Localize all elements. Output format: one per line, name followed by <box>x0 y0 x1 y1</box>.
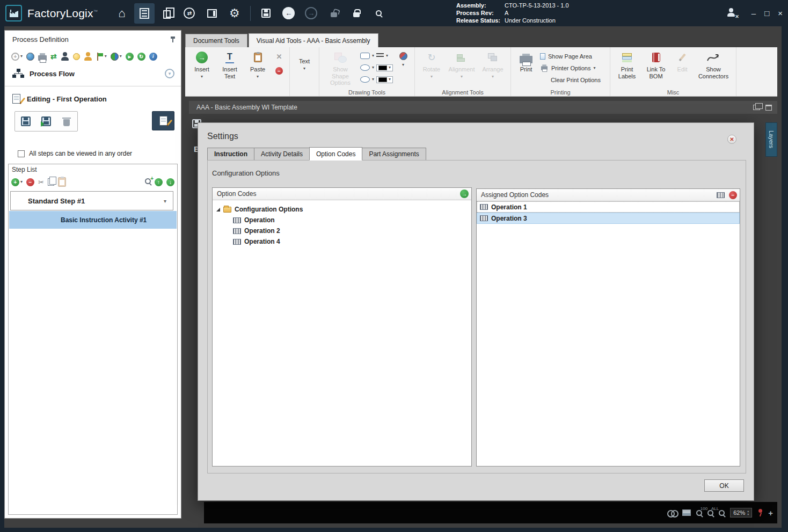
insert-button[interactable]: → Insert ▾ <box>189 49 214 79</box>
shape-ellipse2-button[interactable] <box>360 76 370 83</box>
move-down-button[interactable]: ↓ <box>166 178 174 186</box>
pin-panel-icon[interactable] <box>765 105 772 111</box>
text-dropdown-button[interactable]: Text ▾ <box>294 49 315 71</box>
tree-item-operation-2[interactable]: Operation 2 <box>213 225 471 236</box>
shape-rect-button[interactable] <box>360 53 370 59</box>
print-labels-button[interactable]: Print Labels <box>615 49 639 79</box>
save-button[interactable] <box>256 3 276 24</box>
status-button[interactable]: ▾ <box>111 53 122 61</box>
tree-expander-icon[interactable] <box>216 208 220 212</box>
settings-button[interactable]: ⚙ <box>224 3 245 24</box>
fill-color-picker[interactable]: ▾ <box>376 76 393 83</box>
globe-icon[interactable] <box>26 53 34 61</box>
zoom-step-button[interactable]: + <box>145 178 151 186</box>
delete-button[interactable] <box>57 113 76 130</box>
paste-icon[interactable] <box>58 177 66 187</box>
zoom-spinner[interactable]: 62% ▴▾ <box>730 508 752 518</box>
refresh-icon[interactable]: ↻ <box>137 53 145 61</box>
insert-text-button[interactable]: T Insert Text <box>217 49 242 79</box>
maximize-button[interactable]: □ <box>764 9 769 18</box>
print-button[interactable]: Print <box>515 49 537 73</box>
remove-assigned-button[interactable]: − <box>729 191 737 199</box>
show-connectors-button[interactable]: Show Connectors <box>695 49 732 79</box>
info-icon[interactable]: i <box>149 53 157 61</box>
pin-icon[interactable] <box>170 37 176 43</box>
document-canvas[interactable]: 100 ALL 62% ▴▾ + <box>204 502 777 523</box>
ok-button[interactable]: OK <box>704 479 744 492</box>
reports-button[interactable] <box>202 3 222 24</box>
assigned-option-row[interactable]: Operation 1 <box>477 201 740 213</box>
order-checkbox[interactable] <box>18 150 25 157</box>
tab-option-codes[interactable]: Option Codes <box>309 147 362 161</box>
copy-icon[interactable] <box>48 178 54 186</box>
home-button[interactable]: ⌂ <box>112 3 132 24</box>
fit-image-icon[interactable] <box>682 509 691 516</box>
pin-icon[interactable] <box>757 509 763 516</box>
edit-instruction-button[interactable] <box>152 111 174 130</box>
link-to-bom-button[interactable]: Link To BOM <box>643 49 669 79</box>
remove-icon[interactable]: − <box>275 67 283 75</box>
float-window-icon[interactable] <box>753 105 760 110</box>
paste-button[interactable]: Paste ▾ <box>245 49 270 79</box>
flag-button[interactable]: ▾ <box>96 53 107 61</box>
unlock-button[interactable] <box>324 3 344 24</box>
work-instructions-button[interactable] <box>134 3 155 24</box>
layers-tab[interactable]: Layers <box>765 122 777 157</box>
tab-document-tools[interactable]: Document Tools <box>185 34 247 47</box>
documents-button[interactable] <box>157 3 177 24</box>
arrange-button[interactable]: Arrange ▾ <box>479 49 506 79</box>
audit-search-button[interactable] <box>369 3 389 24</box>
pan-icon[interactable]: + <box>768 508 773 518</box>
forward-button[interactable]: → <box>301 3 322 24</box>
user-orange-icon[interactable] <box>84 52 92 61</box>
chain-icon[interactable] <box>667 510 677 515</box>
chevron-down-icon[interactable]: ▾ <box>164 198 173 204</box>
process-flow-row[interactable]: Process Flow ▾ <box>12 66 174 81</box>
dialog-close-button[interactable]: ✕ <box>727 135 736 144</box>
collapse-circle-icon[interactable]: ▾ <box>165 69 174 78</box>
logout-button[interactable]: ✕ <box>727 8 735 18</box>
save-step-button[interactable] <box>16 113 35 130</box>
remove-step-button[interactable]: − <box>26 178 34 186</box>
user-dark-icon[interactable] <box>61 52 69 61</box>
option-code-icon[interactable] <box>717 192 725 198</box>
activity-row-selected[interactable]: Basic Instruction Activity #1 <box>9 211 177 229</box>
alignment-button[interactable]: Alignment ▾ <box>447 49 476 79</box>
minimize-button[interactable]: – <box>751 9 756 18</box>
printer-options-button[interactable]: Printer Options ▾ <box>540 63 605 73</box>
step-row[interactable]: Standard Step #1 ▾ <box>10 191 173 210</box>
clear-print-options-button[interactable]: Clear Print Options <box>540 75 605 85</box>
assigned-option-row-selected[interactable]: Operation 3 <box>477 213 740 224</box>
navigator-button[interactable]: ⇄ <box>179 3 200 24</box>
tree-item-configuration-options[interactable]: Configuration Options <box>213 204 471 215</box>
insert-image-button[interactable]: ▾ <box>396 49 410 67</box>
tab-visual-aid-tools[interactable]: Visual Aid Tools - AAA - Basic Assembly <box>249 33 378 47</box>
add-step-button[interactable]: +▾ <box>11 178 23 186</box>
line-color-picker[interactable]: ▾ <box>376 64 393 71</box>
line-style-icon[interactable] <box>376 53 384 59</box>
move-up-button[interactable]: ↑ <box>155 178 163 186</box>
lock-button[interactable] <box>346 3 367 24</box>
show-shape-options-button[interactable]: Show Shape Options <box>324 49 357 86</box>
zoom-icon[interactable] <box>719 510 725 516</box>
tab-part-assignments[interactable]: Part Assignments <box>362 148 426 161</box>
add-process-button[interactable]: +▾ <box>11 53 23 61</box>
transfer-icon[interactable]: ⇄ <box>50 52 57 61</box>
tab-instruction[interactable]: Instruction <box>207 148 254 161</box>
edit-button[interactable]: Edit <box>673 49 692 73</box>
print-icon[interactable] <box>38 55 47 61</box>
save-as-button[interactable] <box>37 113 56 130</box>
show-page-area-button[interactable]: Show Page Area <box>540 52 605 61</box>
tab-activity-details[interactable]: Activity Details <box>254 148 310 161</box>
tree-item-operation[interactable]: Operation <box>213 215 471 225</box>
zoom-spinner-arrows[interactable]: ▴▾ <box>747 509 749 516</box>
shape-ellipse-button[interactable] <box>360 64 370 71</box>
run-icon[interactable]: ▸ <box>126 53 134 61</box>
close-button[interactable]: × <box>778 9 783 18</box>
tree-item-operation-4[interactable]: Operation 4 <box>213 236 471 247</box>
assign-option-button[interactable]: → <box>460 190 469 198</box>
bulb-icon[interactable] <box>73 53 80 60</box>
delete-shape-icon[interactable]: ✕ <box>276 53 282 61</box>
back-button[interactable]: ← <box>279 3 299 24</box>
rotate-button[interactable]: ↻ Rotate ▾ <box>419 49 444 79</box>
